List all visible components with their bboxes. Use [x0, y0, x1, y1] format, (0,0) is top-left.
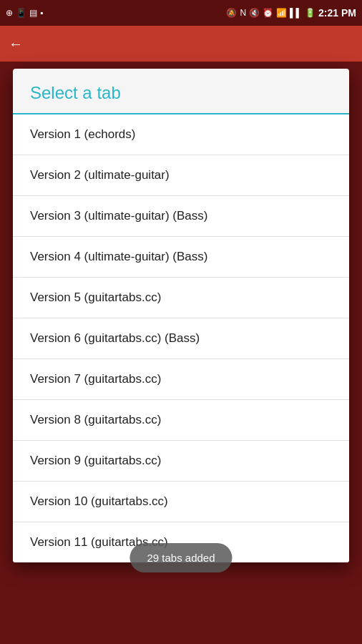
list-item[interactable]: Version 9 (guitartabs.cc)	[13, 441, 349, 482]
mute-icon: 🔕	[226, 8, 237, 18]
battery-icon: 🔋	[305, 8, 315, 18]
list-item[interactable]: Version 10 (guitartabs.cc)	[13, 482, 349, 522]
status-bar-right: 🔕 N 🔇 ⏰ 📶 ▌▌ 🔋 2:21 PM	[226, 7, 356, 19]
list-item[interactable]: Version 4 (ultimate-guitar) (Bass)	[13, 237, 349, 278]
nfc-icon: N	[240, 8, 246, 18]
status-bar-left: ⊕ 📱 ▤ ▪	[6, 8, 43, 18]
signal-icon: ▌▌	[290, 8, 302, 18]
list-item[interactable]: Version 2 (ultimate-guitar)	[13, 155, 349, 196]
status-bar: ⊕ 📱 ▤ ▪ 🔕 N 🔇 ⏰ 📶 ▌▌ 🔋 2:21 PM	[0, 0, 362, 26]
volume-icon: 🔇	[249, 8, 260, 18]
time-display: 2:21 PM	[318, 7, 356, 19]
list-item[interactable]: Version 5 (guitartabs.cc)	[13, 278, 349, 318]
wifi-icon: 📶	[276, 8, 287, 18]
select-tab-dialog: Select a tab Version 1 (echords) Version…	[13, 69, 349, 562]
alarm-icon: ⏰	[263, 8, 273, 18]
back-button[interactable]: ←	[9, 36, 23, 52]
list-item[interactable]: Version 6 (guitartabs.cc) (Bass)	[13, 318, 349, 359]
display-icon: ▤	[29, 8, 37, 18]
list-item[interactable]: Version 8 (guitartabs.cc)	[13, 400, 349, 441]
list-item[interactable]: Version 7 (guitartabs.cc)	[13, 359, 349, 400]
tab-list: Version 1 (echords) Version 2 (ultimate-…	[13, 114, 349, 562]
app-bar: ←	[0, 26, 362, 62]
list-item[interactable]: Version 3 (ultimate-guitar) (Bass)	[13, 196, 349, 237]
dialog-title: Select a tab	[13, 69, 349, 114]
list-item[interactable]: Version 1 (echords)	[13, 114, 349, 155]
phone-icon: 📱	[16, 8, 26, 18]
toast-notification: 29 tabs added	[129, 543, 232, 572]
add-icon: ⊕	[6, 8, 13, 18]
sim-icon: ▪	[40, 8, 43, 18]
